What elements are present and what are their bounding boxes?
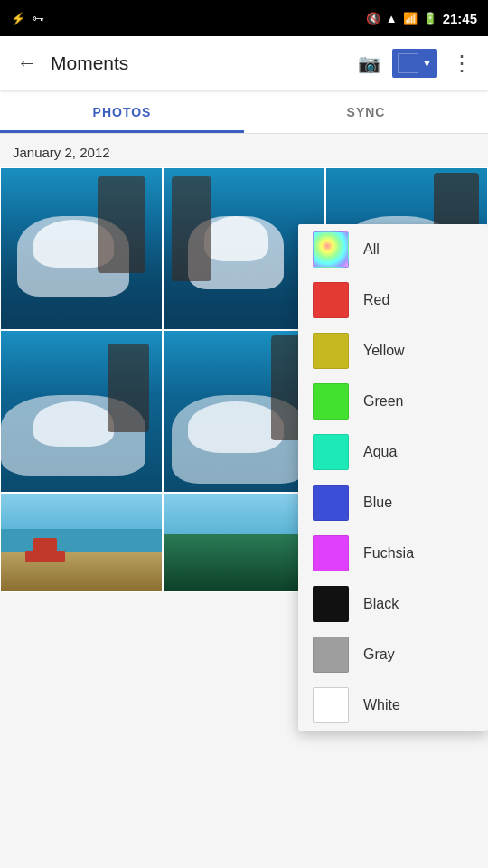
wifi-icon: ▲ bbox=[386, 12, 398, 25]
date-label: January 2, 2012 bbox=[0, 134, 488, 167]
aqua-color-swatch bbox=[313, 434, 349, 470]
yellow-color-swatch bbox=[313, 333, 349, 369]
tab-sync-label: SYNC bbox=[347, 105, 386, 119]
color-option-white-label: White bbox=[363, 697, 400, 713]
color-option-red[interactable]: Red bbox=[298, 275, 488, 326]
color-option-fuchsia[interactable]: Fuchsia bbox=[298, 528, 488, 579]
content-area: January 2, 2012 bbox=[0, 134, 488, 868]
status-bar: ⚡ 🗝 🔇 ▲ 📶 🔋 21:45 bbox=[0, 0, 488, 36]
color-option-black-label: Black bbox=[363, 596, 399, 612]
camera-icon: 📷 bbox=[358, 52, 380, 74]
photo-thumbnail bbox=[1, 494, 162, 591]
signal-icon: 📶 bbox=[403, 12, 418, 25]
time-display: 21:45 bbox=[443, 11, 477, 26]
list-item[interactable] bbox=[0, 330, 163, 493]
back-arrow-icon: ← bbox=[17, 52, 37, 75]
top-bar: ← Moments 📷 ▼ ⋮ bbox=[0, 36, 488, 90]
tab-photos[interactable]: PHOTOS bbox=[0, 90, 244, 133]
tab-sync[interactable]: SYNC bbox=[244, 90, 488, 133]
blue-color-swatch bbox=[313, 485, 349, 521]
color-swatch bbox=[398, 53, 418, 73]
camera-button[interactable]: 📷 bbox=[352, 47, 385, 80]
chevron-down-icon: ▼ bbox=[422, 58, 432, 69]
color-option-yellow[interactable]: Yellow bbox=[298, 326, 488, 376]
black-color-swatch bbox=[313, 586, 349, 622]
color-option-gray[interactable]: Gray bbox=[298, 629, 488, 680]
more-dots-icon: ⋮ bbox=[451, 51, 471, 76]
photo-thumbnail bbox=[1, 331, 162, 492]
list-item[interactable] bbox=[0, 167, 163, 330]
color-option-red-label: Red bbox=[363, 292, 389, 308]
usb-icon: ⚡ bbox=[11, 12, 25, 25]
photo-thumbnail bbox=[1, 168, 162, 329]
color-option-blue-label: Blue bbox=[363, 495, 392, 511]
color-option-blue[interactable]: Blue bbox=[298, 477, 488, 528]
color-option-gray-label: Gray bbox=[363, 646, 395, 663]
fuchsia-color-swatch bbox=[313, 535, 349, 571]
color-option-black[interactable]: Black bbox=[298, 579, 488, 629]
status-left-icons: ⚡ 🗝 bbox=[11, 12, 44, 25]
tab-photos-label: PHOTOS bbox=[93, 105, 152, 119]
color-option-aqua[interactable]: Aqua bbox=[298, 427, 488, 477]
battery-icon: 🔋 bbox=[423, 12, 437, 25]
color-option-yellow-label: Yellow bbox=[363, 343, 405, 359]
white-color-swatch bbox=[313, 687, 349, 723]
color-option-all-label: All bbox=[363, 241, 380, 258]
mute-icon: 🔇 bbox=[366, 12, 380, 25]
more-options-button[interactable]: ⋮ bbox=[445, 47, 477, 80]
color-option-fuchsia-label: Fuchsia bbox=[363, 545, 414, 561]
color-option-white[interactable]: White bbox=[298, 680, 488, 731]
page-title: Moments bbox=[51, 52, 352, 74]
gray-color-swatch bbox=[313, 637, 349, 673]
key-icon: 🗝 bbox=[33, 12, 44, 25]
red-color-swatch bbox=[313, 282, 349, 318]
green-color-swatch bbox=[313, 383, 349, 420]
color-option-aqua-label: Aqua bbox=[363, 444, 397, 460]
color-option-all[interactable]: All bbox=[298, 224, 488, 275]
status-right-icons: 🔇 ▲ 📶 🔋 21:45 bbox=[366, 11, 477, 26]
color-option-green[interactable]: Green bbox=[298, 376, 488, 427]
all-color-swatch bbox=[313, 231, 349, 268]
list-item[interactable] bbox=[0, 493, 163, 592]
back-button[interactable]: ← bbox=[11, 47, 43, 80]
color-option-green-label: Green bbox=[363, 393, 403, 410]
top-actions: 📷 ▼ ⋮ bbox=[352, 47, 477, 80]
tabs-bar: PHOTOS SYNC bbox=[0, 90, 488, 134]
color-filter-button[interactable]: ▼ bbox=[392, 49, 437, 78]
color-filter-dropdown: All Red Yellow Green Aqua Blue Fuchsia bbox=[298, 224, 488, 731]
